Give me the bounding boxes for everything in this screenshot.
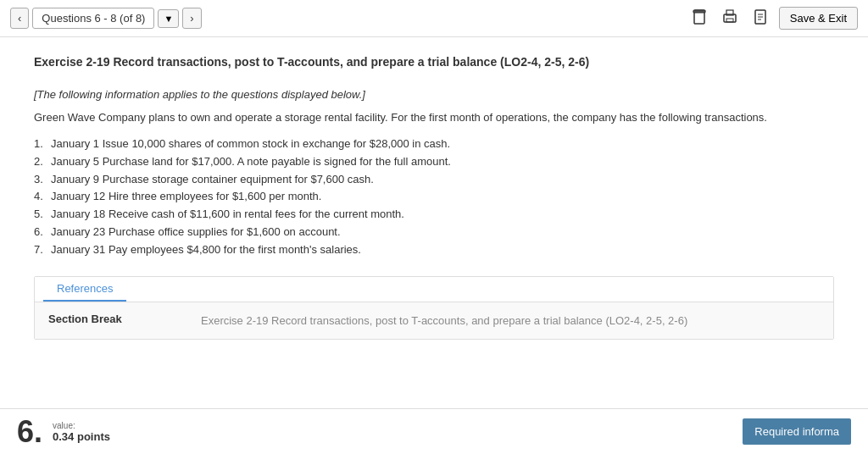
value-points: 0.34 points	[53, 430, 110, 443]
question-number: 6.	[17, 417, 42, 447]
exercise-title: Exercise 2-19 Record transactions, post …	[34, 54, 834, 71]
bottom-left: 6. value: 0.34 points	[17, 417, 110, 447]
list-item: 7.January 31 Pay employees $4,800 for th…	[34, 241, 834, 259]
list-item: 3.January 9 Purchase storage container e…	[34, 171, 834, 189]
list-item: 1.January 1 Issue 10,000 shares of commo…	[34, 136, 834, 153]
list-item: 2.January 5 Purchase land for $17,000. A…	[34, 153, 834, 171]
section-break-value: Exercise 2-19 Record transactions, post …	[187, 302, 833, 340]
save-exit-button[interactable]: Save & Exit	[779, 7, 858, 30]
transactions-list: 1.January 1 Issue 10,000 shares of commo…	[34, 136, 834, 259]
nav-dropdown-button[interactable]: ▼	[158, 9, 179, 28]
nav-controls: ‹ Questions 6 - 8 (of 8) ▼ ›	[10, 8, 202, 29]
references-section: References Section Break Exercise 2-19 R…	[34, 276, 834, 340]
references-tab-bar: References	[35, 277, 833, 302]
value-info: value: 0.34 points	[53, 421, 110, 443]
main-content-area: Exercise 2-19 Record transactions, post …	[0, 37, 868, 408]
svg-rect-1	[693, 10, 705, 13]
bottom-bar: 6. value: 0.34 points Required informa	[0, 408, 868, 454]
references-tab[interactable]: References	[43, 277, 126, 302]
list-item: 4.January 12 Hire three employees for $1…	[34, 188, 834, 206]
top-right-controls: Save & Exit	[687, 5, 858, 32]
section-break-label: Section Break	[35, 302, 187, 340]
bookmark-icon[interactable]	[687, 5, 711, 32]
page-icon[interactable]	[748, 5, 772, 32]
section-break-table: Section Break Exercise 2-19 Record trans…	[35, 302, 833, 340]
list-item: 5.January 18 Receive cash of $11,600 in …	[34, 206, 834, 224]
value-label: value:	[53, 421, 110, 430]
nav-label: Questions 6 - 8 (of 8)	[32, 8, 154, 29]
prev-button[interactable]: ‹	[10, 8, 29, 29]
table-row: Section Break Exercise 2-19 Record trans…	[35, 302, 833, 340]
description-text: Green Wave Company plans to own and oper…	[34, 109, 834, 126]
top-navigation-bar: ‹ Questions 6 - 8 (of 8) ▼ ›	[0, 0, 868, 37]
info-text: [The following information applies to th…	[34, 88, 834, 101]
print-icon[interactable]	[718, 5, 742, 32]
required-info-button[interactable]: Required informa	[743, 418, 851, 445]
list-item: 6.January 23 Purchase office supplies fo…	[34, 224, 834, 241]
next-button[interactable]: ›	[182, 8, 201, 29]
